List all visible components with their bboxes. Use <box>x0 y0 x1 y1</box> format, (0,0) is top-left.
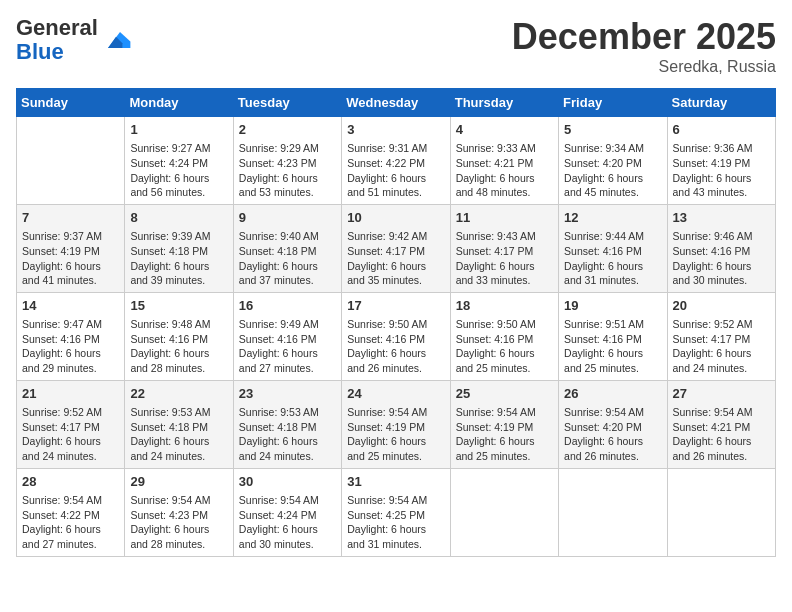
day-info: Sunrise: 9:33 AM <box>456 141 553 156</box>
day-info: Daylight: 6 hours and 45 minutes. <box>564 171 661 200</box>
day-number: 26 <box>564 385 661 403</box>
day-info: Daylight: 6 hours and 39 minutes. <box>130 259 227 288</box>
calendar-day-cell: 25Sunrise: 9:54 AMSunset: 4:19 PMDayligh… <box>450 380 558 468</box>
calendar-day-cell: 16Sunrise: 9:49 AMSunset: 4:16 PMDayligh… <box>233 292 341 380</box>
day-info: Sunset: 4:16 PM <box>22 332 119 347</box>
day-info: Sunrise: 9:49 AM <box>239 317 336 332</box>
weekday-header: Saturday <box>667 89 775 117</box>
day-info: Sunrise: 9:50 AM <box>347 317 444 332</box>
calendar-day-cell: 4Sunrise: 9:33 AMSunset: 4:21 PMDaylight… <box>450 117 558 205</box>
day-number: 5 <box>564 121 661 139</box>
calendar-day-cell <box>667 468 775 556</box>
calendar-day-cell: 8Sunrise: 9:39 AMSunset: 4:18 PMDaylight… <box>125 204 233 292</box>
calendar-day-cell: 1Sunrise: 9:27 AMSunset: 4:24 PMDaylight… <box>125 117 233 205</box>
month-title: December 2025 <box>512 16 776 58</box>
day-info: Sunset: 4:22 PM <box>22 508 119 523</box>
day-info: Sunset: 4:23 PM <box>239 156 336 171</box>
day-info: Daylight: 6 hours and 48 minutes. <box>456 171 553 200</box>
day-info: Sunset: 4:21 PM <box>673 420 770 435</box>
day-info: Sunrise: 9:48 AM <box>130 317 227 332</box>
calendar-day-cell: 22Sunrise: 9:53 AMSunset: 4:18 PMDayligh… <box>125 380 233 468</box>
day-info: Sunrise: 9:44 AM <box>564 229 661 244</box>
calendar-day-cell: 27Sunrise: 9:54 AMSunset: 4:21 PMDayligh… <box>667 380 775 468</box>
day-info: Daylight: 6 hours and 26 minutes. <box>673 434 770 463</box>
day-info: Sunrise: 9:52 AM <box>22 405 119 420</box>
calendar-day-cell: 19Sunrise: 9:51 AMSunset: 4:16 PMDayligh… <box>559 292 667 380</box>
day-info: Sunset: 4:17 PM <box>347 244 444 259</box>
day-info: Sunrise: 9:42 AM <box>347 229 444 244</box>
day-info: Daylight: 6 hours and 51 minutes. <box>347 171 444 200</box>
calendar-day-cell: 2Sunrise: 9:29 AMSunset: 4:23 PMDaylight… <box>233 117 341 205</box>
day-number: 24 <box>347 385 444 403</box>
day-info: Sunrise: 9:37 AM <box>22 229 119 244</box>
day-number: 9 <box>239 209 336 227</box>
logo-icon <box>100 24 132 56</box>
day-info: Daylight: 6 hours and 43 minutes. <box>673 171 770 200</box>
day-info: Daylight: 6 hours and 25 minutes. <box>456 346 553 375</box>
day-info: Sunset: 4:17 PM <box>456 244 553 259</box>
location: Seredka, Russia <box>512 58 776 76</box>
day-number: 27 <box>673 385 770 403</box>
day-info: Sunset: 4:18 PM <box>239 244 336 259</box>
day-info: Sunset: 4:18 PM <box>130 420 227 435</box>
calendar-header-row: SundayMondayTuesdayWednesdayThursdayFrid… <box>17 89 776 117</box>
day-number: 16 <box>239 297 336 315</box>
day-info: Sunrise: 9:29 AM <box>239 141 336 156</box>
day-info: Sunrise: 9:43 AM <box>456 229 553 244</box>
day-number: 8 <box>130 209 227 227</box>
day-number: 4 <box>456 121 553 139</box>
day-number: 29 <box>130 473 227 491</box>
calendar-week-row: 7Sunrise: 9:37 AMSunset: 4:19 PMDaylight… <box>17 204 776 292</box>
day-info: Sunset: 4:16 PM <box>673 244 770 259</box>
day-number: 10 <box>347 209 444 227</box>
day-number: 1 <box>130 121 227 139</box>
day-number: 21 <box>22 385 119 403</box>
day-number: 28 <box>22 473 119 491</box>
calendar-week-row: 1Sunrise: 9:27 AMSunset: 4:24 PMDaylight… <box>17 117 776 205</box>
calendar-day-cell <box>559 468 667 556</box>
calendar-day-cell: 13Sunrise: 9:46 AMSunset: 4:16 PMDayligh… <box>667 204 775 292</box>
day-info: Sunset: 4:19 PM <box>347 420 444 435</box>
day-number: 19 <box>564 297 661 315</box>
day-info: Sunrise: 9:54 AM <box>22 493 119 508</box>
day-number: 18 <box>456 297 553 315</box>
day-info: Daylight: 6 hours and 28 minutes. <box>130 346 227 375</box>
day-number: 11 <box>456 209 553 227</box>
day-info: Daylight: 6 hours and 24 minutes. <box>22 434 119 463</box>
day-number: 31 <box>347 473 444 491</box>
day-info: Sunset: 4:16 PM <box>564 244 661 259</box>
calendar-day-cell: 11Sunrise: 9:43 AMSunset: 4:17 PMDayligh… <box>450 204 558 292</box>
day-info: Sunset: 4:22 PM <box>347 156 444 171</box>
day-number: 30 <box>239 473 336 491</box>
weekday-header: Monday <box>125 89 233 117</box>
calendar-day-cell: 14Sunrise: 9:47 AMSunset: 4:16 PMDayligh… <box>17 292 125 380</box>
logo: General Blue <box>16 16 132 64</box>
day-info: Daylight: 6 hours and 26 minutes. <box>564 434 661 463</box>
day-info: Sunset: 4:19 PM <box>456 420 553 435</box>
day-info: Daylight: 6 hours and 24 minutes. <box>673 346 770 375</box>
calendar-day-cell: 6Sunrise: 9:36 AMSunset: 4:19 PMDaylight… <box>667 117 775 205</box>
day-info: Sunrise: 9:54 AM <box>673 405 770 420</box>
day-info: Sunrise: 9:54 AM <box>347 493 444 508</box>
calendar-day-cell: 23Sunrise: 9:53 AMSunset: 4:18 PMDayligh… <box>233 380 341 468</box>
weekday-header: Tuesday <box>233 89 341 117</box>
calendar-week-row: 14Sunrise: 9:47 AMSunset: 4:16 PMDayligh… <box>17 292 776 380</box>
calendar-day-cell: 9Sunrise: 9:40 AMSunset: 4:18 PMDaylight… <box>233 204 341 292</box>
day-info: Sunrise: 9:51 AM <box>564 317 661 332</box>
day-info: Sunrise: 9:31 AM <box>347 141 444 156</box>
day-info: Daylight: 6 hours and 33 minutes. <box>456 259 553 288</box>
day-info: Sunset: 4:19 PM <box>673 156 770 171</box>
day-number: 14 <box>22 297 119 315</box>
calendar-table: SundayMondayTuesdayWednesdayThursdayFrid… <box>16 88 776 557</box>
calendar-week-row: 28Sunrise: 9:54 AMSunset: 4:22 PMDayligh… <box>17 468 776 556</box>
day-info: Sunrise: 9:53 AM <box>130 405 227 420</box>
day-info: Sunset: 4:18 PM <box>239 420 336 435</box>
calendar-day-cell: 28Sunrise: 9:54 AMSunset: 4:22 PMDayligh… <box>17 468 125 556</box>
day-info: Sunset: 4:21 PM <box>456 156 553 171</box>
day-info: Sunset: 4:16 PM <box>130 332 227 347</box>
day-info: Sunset: 4:16 PM <box>456 332 553 347</box>
day-info: Sunset: 4:20 PM <box>564 156 661 171</box>
day-info: Daylight: 6 hours and 30 minutes. <box>673 259 770 288</box>
day-info: Sunrise: 9:50 AM <box>456 317 553 332</box>
day-info: Sunrise: 9:27 AM <box>130 141 227 156</box>
